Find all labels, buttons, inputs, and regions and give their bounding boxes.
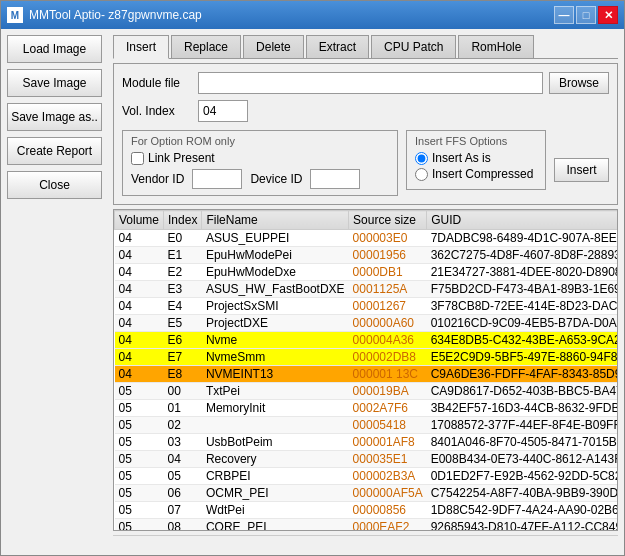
col-source-size: Source size [349,211,427,230]
table-header-row: Volume Index FileName Source size GUID [115,211,619,230]
table-row[interactable]: 04E0ASUS_EUPPEI000003E07DADBC98-6489-4D1… [115,230,619,247]
table-cell: Nvme [202,332,349,349]
table-cell: 05 [115,519,164,532]
option-rom-title: For Option ROM only [131,135,389,147]
vol-index-label: Vol. Index [122,104,192,118]
tab-romhole[interactable]: RomHole [458,35,534,58]
insert-button-wrap: Insert [554,130,609,182]
save-image-as-button[interactable]: Save Image as.. [7,103,102,131]
maximize-button[interactable]: □ [576,6,596,24]
table-row[interactable]: 04E6Nvme000004A36634E8DB5-C432-43BE-A653… [115,332,619,349]
table-row[interactable]: 04E8NVMEINT13000001 13CC9A6DE36-FDFF-4FA… [115,366,619,383]
device-id-input[interactable] [310,169,360,189]
table-row[interactable]: 0508CORE_PEI0000EAF292685943-D810-47FF-A… [115,519,619,532]
table-cell: 00001267 [349,298,427,315]
table-cell: 1D88C542-9DF7-4A24-AA90-02B61F [427,502,618,519]
table-cell: 00005418 [349,417,427,434]
table-row[interactable]: 0505CRBPEI000002B3A0D1ED2F7-E92B-4562-92… [115,468,619,485]
ffs-options-group: Insert FFS Options Insert As is Insert C… [406,130,546,190]
close-window-button[interactable]: ✕ [598,6,618,24]
table-cell: E3 [164,281,202,298]
vol-index-input[interactable] [198,100,248,122]
table-cell: 04 [115,264,164,281]
insert-as-is-radio[interactable] [415,152,428,165]
table-row[interactable]: 04E2EpuHwModeDxe0000DB121E34727-3881-4DE… [115,264,619,281]
table-cell: 07 [164,502,202,519]
insert-as-is-label: Insert As is [432,151,491,165]
table-cell: NVMEINT13 [202,366,349,383]
table-row[interactable]: 0507WdtPei000008561D88C542-9DF7-4A24-AA9… [115,502,619,519]
options-row: For Option ROM only Link Present Vendor … [122,130,609,196]
table-row[interactable]: 0504Recovery000035E1E008B434-0E73-440C-8… [115,451,619,468]
main-window: M MMTool Aptio- z87gpwnvme.cap — □ ✕ Loa… [0,0,625,556]
table-cell: 17088572-377F-44EF-8F4E-B09FFF4 [427,417,618,434]
table-cell: CA9D8617-D652-403B-BBC5-BA475 [427,383,618,400]
table-cell: 3F78CB8D-72EE-414E-8D23-DACA0 [427,298,618,315]
table-cell: 0D1ED2F7-E92B-4562-92DD-5C82E [427,468,618,485]
tab-cpu-patch[interactable]: CPU Patch [371,35,456,58]
option-rom-group: For Option ROM only Link Present Vendor … [122,130,398,196]
table-cell: 0001125A [349,281,427,298]
module-file-label: Module file [122,76,192,90]
close-button[interactable]: Close [7,171,102,199]
col-filename: FileName [202,211,349,230]
insert-as-is-row: Insert As is [415,151,537,165]
horizontal-scrollbar[interactable] [113,535,618,549]
link-present-checkbox[interactable] [131,152,144,165]
module-table-container[interactable]: Volume Index FileName Source size GUID 0… [113,209,618,531]
table-row[interactable]: 0506OCMR_PEI000000AF5AC7542254-A8F7-40BA… [115,485,619,502]
insert-button[interactable]: Insert [554,158,609,182]
table-cell: 05 [115,468,164,485]
right-panel: Insert Replace Delete Extract CPU Patch … [113,35,618,549]
table-cell: ProjectDXE [202,315,349,332]
tab-insert[interactable]: Insert [113,35,169,59]
tab-extract[interactable]: Extract [306,35,369,58]
tab-delete[interactable]: Delete [243,35,304,58]
table-cell: NvmeSmm [202,349,349,366]
col-guid: GUID [427,211,618,230]
insert-compressed-radio[interactable] [415,168,428,181]
table-row[interactable]: 04E7NvmeSmm000002DB8E5E2C9D9-5BF5-497E-8… [115,349,619,366]
minimize-button[interactable]: — [554,6,574,24]
table-row[interactable]: 04E1EpuHwModePei00001956362C7275-4D8F-46… [115,247,619,264]
table-row[interactable]: 04E5ProjectDXE000000A60010216CD-9C09-4EB… [115,315,619,332]
table-cell: UsbBotPeim [202,434,349,451]
table-cell: E7 [164,349,202,366]
table-cell: F75BD2CD-F473-4BA1-89B3-1E69E [427,281,618,298]
tab-bar: Insert Replace Delete Extract CPU Patch … [113,35,618,59]
table-cell: 05 [115,485,164,502]
vendor-id-input[interactable] [192,169,242,189]
table-cell: E0 [164,230,202,247]
create-report-button[interactable]: Create Report [7,137,102,165]
table-cell: 0000DB1 [349,264,427,281]
window-title: MMTool Aptio- z87gpwnvme.cap [29,8,202,22]
table-cell: 00 [164,383,202,400]
tab-replace[interactable]: Replace [171,35,241,58]
table-cell: 3B42EF57-16D3-44CB-8632-9FDB06 [427,400,618,417]
table-body: 04E0ASUS_EUPPEI000003E07DADBC98-6489-4D1… [115,230,619,532]
link-present-row: Link Present [131,151,389,165]
table-row[interactable]: 0503UsbBotPeim000001AF88401A046-8F70-450… [115,434,619,451]
table-cell: ProjectSxSMI [202,298,349,315]
table-cell: 08 [164,519,202,532]
module-file-input[interactable] [198,72,543,94]
load-image-button[interactable]: Load Image [7,35,102,63]
table-cell: 000001 13C [349,366,427,383]
save-image-button[interactable]: Save Image [7,69,102,97]
insert-compressed-label: Insert Compressed [432,167,533,181]
browse-button[interactable]: Browse [549,72,609,94]
table-cell: 0002A7F6 [349,400,427,417]
table-row[interactable]: 04E3ASUS_HW_FastBootDXE0001125AF75BD2CD-… [115,281,619,298]
table-cell: 06 [164,485,202,502]
table-row[interactable]: 05020000541817088572-377F-44EF-8F4E-B09F… [115,417,619,434]
table-cell: 00000856 [349,502,427,519]
table-cell: 05 [115,502,164,519]
table-cell: 04 [115,366,164,383]
table-cell: 000000A60 [349,315,427,332]
table-row[interactable]: 0500TxtPei000019BACA9D8617-D652-403B-BBC… [115,383,619,400]
table-cell: 21E34727-3881-4DEE-8020-D8908A [427,264,618,281]
table-row[interactable]: 0501MemoryInit0002A7F63B42EF57-16D3-44CB… [115,400,619,417]
table-row[interactable]: 04E4ProjectSxSMI000012673F78CB8D-72EE-41… [115,298,619,315]
table-cell: 000019BA [349,383,427,400]
table-cell: TxtPei [202,383,349,400]
